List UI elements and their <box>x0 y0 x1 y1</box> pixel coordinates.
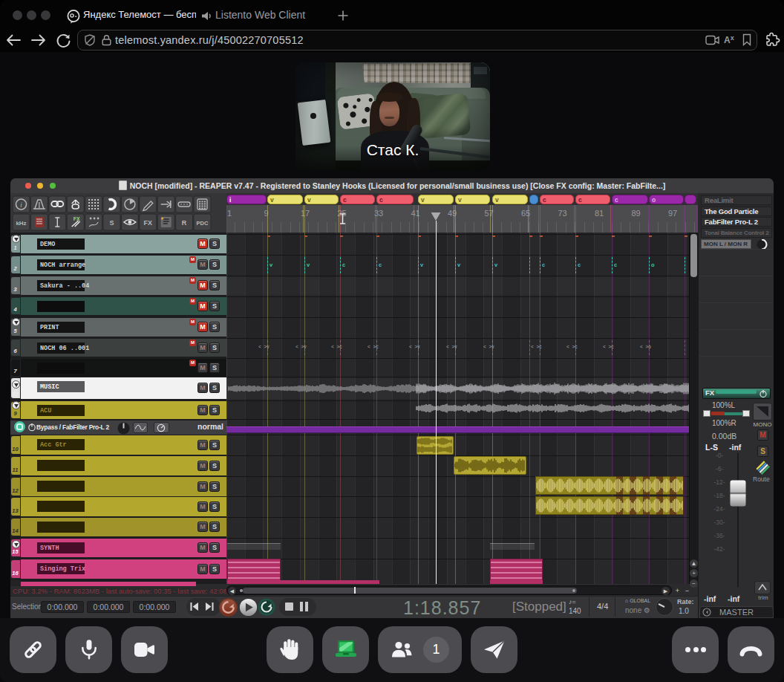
svg-text:R: R <box>182 219 187 227</box>
svg-text:kHz: kHz <box>16 220 26 227</box>
svg-text:S: S <box>109 219 114 227</box>
svg-text:FX: FX <box>144 219 153 227</box>
svg-text:FX: FX <box>74 216 80 221</box>
svg-text:PDC: PDC <box>197 220 209 227</box>
